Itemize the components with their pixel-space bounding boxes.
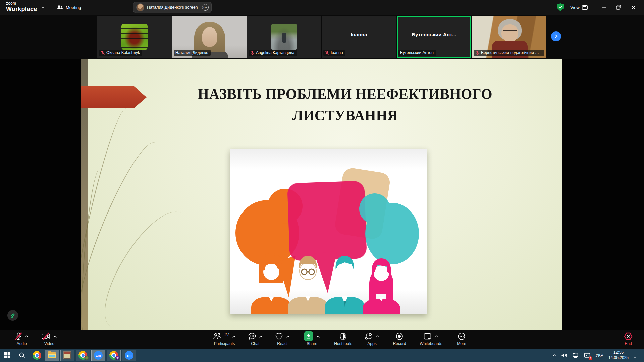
taskbar-schedule-app[interactable] [60,350,74,361]
participant-filmstrip: Oksana Kalashnyk Наталия Диденко Angelin… [0,15,644,59]
annotate-pencil-button[interactable] [7,310,18,321]
participant-name: Бутенський Антон [400,50,434,55]
brand-workplace: Workplace [6,6,37,12]
apps-caret[interactable] [376,335,379,338]
participant-name: Наталия Диденко [175,50,208,55]
windows-taskbar: zm Ф zm [0,349,644,362]
tray-volume-icon[interactable] [559,349,570,362]
participant-name-badge: Бутенський Антон [398,50,436,56]
close-button[interactable] [626,0,641,15]
taskbar-time: 12:55 [608,350,629,355]
taskbar-file-explorer[interactable] [45,350,59,361]
taskbar-search-button[interactable] [15,349,30,362]
slide-title-line2: ЛИСТУВАННЯ [138,105,553,126]
tray-show-hidden-icons[interactable] [550,349,559,362]
video-tile-butenskyi-active-speaker[interactable]: Бутенський Ант... Бутенський Антон [397,16,471,58]
video-options-caret[interactable] [53,335,57,338]
slide-title-line1: НАЗВІТЬ ПРОБЛЕМИ НЕЕФЕКТИВНОГО [138,83,553,105]
participant-name-badge: Oksana Kalashnyk [99,50,142,56]
apps-button[interactable]: Apps [359,330,385,349]
language-indicator[interactable]: УКР [593,349,606,362]
mic-muted-icon [250,51,255,55]
view-button[interactable]: View [570,5,588,10]
participant-name-badge: Ioanna [323,50,345,56]
shared-screen-pill[interactable]: Наталия Диденко's screen ••• [133,2,212,13]
participant-display-name: Бутенський Ант... [397,16,471,53]
share-screen-icon [304,331,313,341]
titlebar-controls: View [557,0,641,15]
shared-screen-title: Наталия Диденко's screen [147,5,198,10]
slide-clipart-speech-bubbles [230,149,427,314]
apps-icon [365,333,373,340]
record-button[interactable]: Record [385,330,414,349]
end-label: End [625,341,632,346]
more-button[interactable]: More [448,330,475,349]
tray-network-icon[interactable] [570,349,582,362]
chat-caret[interactable] [259,335,263,338]
share-label: Share [307,341,317,346]
slide-title: НАЗВІТЬ ПРОБЛЕМИ НЕЕФЕКТИВНОГО ЛИСТУВАНН… [138,83,553,126]
brand-zoom: zoom [6,1,37,5]
video-tile-natalia[interactable]: Наталия Диденко [172,16,247,58]
video-tile-ioanna[interactable]: Ioanna Ioanna [322,16,396,58]
view-grid-icon [582,5,588,10]
audio-button[interactable]: Audio [8,330,36,349]
react-caret[interactable] [286,335,290,338]
participant-name-badge: Angelina Картавцева [249,50,297,56]
taskbar-chrome-window-1[interactable] [76,350,90,361]
record-label: Record [393,341,406,346]
security-shield-icon[interactable] [557,3,564,11]
taskbar-chrome-window-2[interactable]: Ф [107,350,121,361]
video-tile-oksana[interactable]: Oksana Kalashnyk [97,16,172,58]
audio-options-caret[interactable] [25,335,29,338]
restore-button[interactable] [611,0,626,15]
more-label: More [457,341,466,346]
whiteboards-caret[interactable] [435,335,438,338]
chat-button[interactable]: Chat [242,330,268,349]
participants-button[interactable]: 27 Participants [207,330,242,349]
chevron-down-icon[interactable] [41,5,45,9]
taskbar-zoom-2[interactable]: zm [122,350,136,361]
taskbar-clock[interactable]: 12:55 14.05.2025 [606,350,631,360]
more-ellipsis-icon [458,332,466,340]
mic-muted-icon [101,51,105,55]
video-button[interactable]: Video [36,330,63,349]
meeting-people-icon [57,5,63,10]
participants-count: 27 [225,332,229,337]
participant-display-name: Ioanna [322,16,396,53]
taskbar-zoom-active[interactable]: zm [91,350,105,361]
host-tools-button[interactable]: Host tools [327,330,359,349]
share-button[interactable]: Share [297,330,327,349]
next-participants-button[interactable] [551,31,561,41]
participants-caret[interactable] [232,335,236,338]
participant-name: Angelina Картавцева [256,50,294,55]
taskbar-date: 14.05.2025 [608,355,629,361]
system-tray: ! УКР 12:55 14.05.2025 [550,349,644,362]
video-tile-berestynskyi[interactable]: Берестинський педагогічний фа... [472,16,546,58]
react-label: React [277,341,287,346]
minimize-button[interactable] [596,0,611,15]
react-button[interactable]: React [268,330,297,349]
whiteboards-label: Whiteboards [420,341,442,346]
whiteboards-button[interactable]: Whiteboards [414,330,448,349]
participant-name-badge: Берестинський педагогічний фа... [474,50,544,56]
slide-arrow-shape [81,86,147,108]
pill-options-icon[interactable]: ••• [202,4,209,11]
share-caret[interactable] [316,335,320,338]
video-tile-angelina[interactable]: Angelina Картавцева [247,16,321,58]
participant-avatar-art [121,24,148,50]
apps-label: Apps [367,341,376,346]
taskbar-chrome-icon[interactable] [30,349,44,362]
shared-screen-stage: НАЗВІТЬ ПРОБЛЕМИ НЕЕФЕКТИВНОГО ЛИСТУВАНН… [0,59,644,330]
tab-meeting[interactable]: Meeting [54,0,85,15]
presenter-avatar [136,3,144,11]
tray-alert-badge: ! [589,356,592,360]
video-label: Video [44,341,54,346]
participants-icon [213,333,221,340]
action-center-button[interactable] [631,349,644,362]
start-button[interactable] [0,349,15,362]
tray-screen-share-icon[interactable]: ! [582,349,593,362]
participant-name: Oksana Kalashnyk [106,50,140,55]
end-meeting-button[interactable]: End [616,330,640,349]
participant-avatar-photo [271,24,297,50]
